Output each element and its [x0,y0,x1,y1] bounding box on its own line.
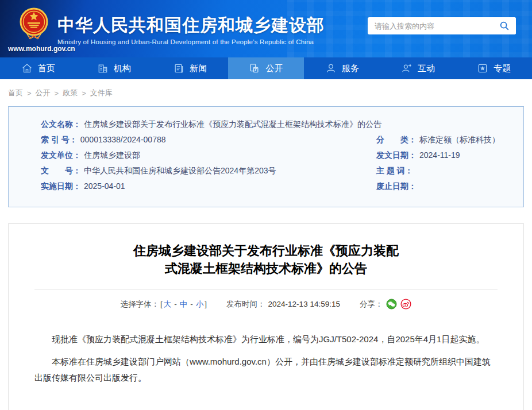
main-nav: 首页 机构 新闻 公开 服务 互动 [0,57,532,79]
keywords-label: 主 题 词： [376,163,413,179]
bracket-open: [ [160,300,163,308]
nav-tab-label: 机构 [114,63,131,74]
organization-icon [97,63,109,74]
site-title-cn: 中华人民共和国住房和城乡建设部 [57,16,325,35]
category-label: 分 类： [376,132,417,148]
font-size-small[interactable]: 小 [196,299,204,310]
doc-name-label: 公文名称： [41,117,81,132]
breadcrumb-current: 文件库 [90,88,113,98]
document-meta-panel: 公文名称： 住房城乡建设部关于发布行业标准《预应力装配式混凝土框架结构技术标准》… [8,106,524,207]
search-input[interactable] [368,22,493,30]
nav-tab-organization[interactable]: 机构 [76,57,152,79]
nav-tab-disclosure[interactable]: 公开 [228,57,304,79]
index-number-value: 000013338/2024-00788 [80,132,166,148]
breadcrumb-policy[interactable]: 政策 [63,88,78,98]
font-size-large[interactable]: 大 [164,299,172,310]
nav-tab-label: 公开 [265,63,283,74]
nav-tab-topics[interactable]: 专题 [456,57,532,79]
topics-icon [477,63,488,74]
share-label: 分享： [360,299,383,310]
font-select-label: 选择字体： [121,299,160,310]
issue-date-label: 发文日期： [376,148,417,163]
service-icon [325,63,337,74]
publish-time-label: 发布时间： [226,299,265,310]
wechat-icon[interactable] [386,299,397,310]
site-url: www.mohurd.gov.cn [8,45,75,53]
breadcrumb-separator: > [55,89,59,98]
article-toolbar: 选择字体： [ 大 - 中 - 小 ] 发布时间： 2024-12-13 14:… [34,299,498,310]
nav-tab-news[interactable]: 新闻 [152,57,228,79]
search-button[interactable] [493,17,516,34]
doc-number-value: 中华人民共和国住房和城乡建设部公告2024年第203号 [84,163,276,179]
national-emblem-icon [20,7,48,44]
breadcrumb-disclosure[interactable]: 公开 [36,88,51,98]
nav-tab-label: 服务 [342,63,359,74]
nav-tab-label: 新闻 [190,63,207,74]
interaction-icon [401,63,413,74]
article-paragraph: 本标准在住房城乡建设部门户网站（www.mohurd.gov.cn）公开，并由住… [34,354,498,386]
article-title: 住房城乡建设部关于发布行业标准《预应力装配式混凝土框架结构技术标准》的公告 [129,242,403,277]
dash: - [190,300,193,308]
implementation-date-label: 实施日期： [41,179,81,194]
disclosure-icon [249,63,260,74]
site-title-en: Ministry of Housing and Urban-Rural Deve… [57,38,325,45]
search-icon [499,21,510,31]
index-number-label: 索 引 号： [41,132,78,148]
category-value: 标准定额（标准科技） [419,132,500,148]
meta-row: 实施日期： 2025-04-01 废止日期： [41,179,512,194]
dash: - [174,300,177,308]
nav-tab-label: 互动 [418,63,435,74]
font-size-medium[interactable]: 中 [180,299,188,310]
search-box [368,17,516,34]
news-icon [173,63,184,74]
meta-row-doc-name: 公文名称： 住房城乡建设部关于发布行业标准《预应力装配式混凝土框架结构技术标准》… [41,117,512,132]
issuer-value: 住房城乡建设部 [84,148,140,163]
doc-name-value: 住房城乡建设部关于发布行业标准《预应力装配式混凝土框架结构技术标准》的公告 [84,117,381,132]
nav-tab-home[interactable]: 首页 [0,57,76,79]
publish-time-value: 2024-12-13 14:59:15 [268,300,340,308]
bracket-close: ] [205,300,207,308]
article-body: 现批准《预应力装配式混凝土框架结构技术标准》为行业标准，编号为JGJ/T502-… [34,331,498,385]
issuer-label: 发文单位： [41,148,81,163]
home-icon [21,63,33,74]
meta-row: 文 号： 中华人民共和国住房和城乡建设部公告2024年第203号 主 题 词： [41,163,512,179]
weibo-icon[interactable] [400,299,411,310]
issue-date-value: 2024-11-19 [419,148,460,163]
breadcrumb-home[interactable]: 首页 [8,88,23,98]
repeal-date-label: 废止日期： [376,179,417,194]
nav-tab-label: 专题 [494,63,511,74]
site-header: www.mohurd.gov.cn 中华人民共和国住房和城乡建设部 Minist… [0,0,532,57]
breadcrumb: 首页 > 公开 > 政策 > 文件库 [0,79,532,106]
implementation-date-value: 2025-04-01 [84,179,125,194]
nav-tab-service[interactable]: 服务 [304,57,380,79]
breadcrumb-separator: > [27,89,32,98]
nav-tab-label: 首页 [38,63,55,74]
meta-row: 发文单位： 住房城乡建设部 发文日期： 2024-11-19 [41,148,512,163]
title-divider [34,289,498,289]
article-panel: 住房城乡建设部关于发布行业标准《预应力装配式混凝土框架结构技术标准》的公告 选择… [8,223,524,410]
doc-number-label: 文 号： [41,163,81,179]
article-paragraph: 现批准《预应力装配式混凝土框架结构技术标准》为行业标准，编号为JGJ/T502-… [34,331,498,347]
nav-tab-interaction[interactable]: 互动 [380,57,456,79]
meta-row: 索 引 号： 000013338/2024-00788 分 类： 标准定额（标准… [41,132,512,148]
breadcrumb-separator: > [82,89,86,98]
